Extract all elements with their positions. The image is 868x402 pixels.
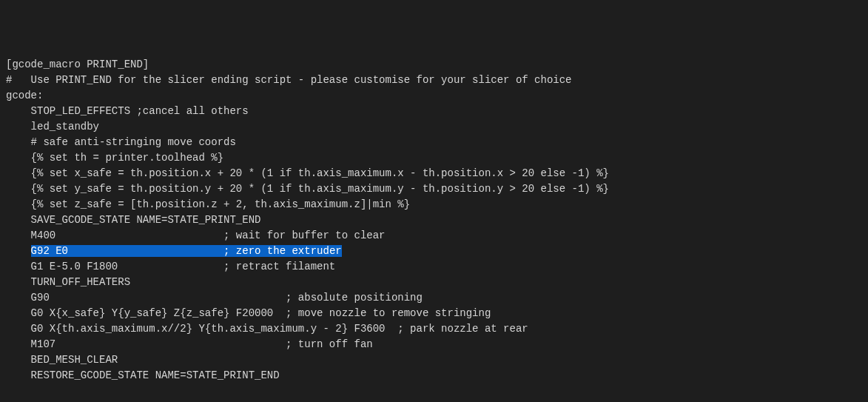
highlighted-text[interactable]: G92 E0 ; zero the extruder bbox=[31, 245, 342, 257]
code-line[interactable]: G90 ; absolute positioning bbox=[6, 290, 862, 306]
code-line[interactable]: M107 ; turn off fan bbox=[6, 337, 862, 352]
code-line[interactable]: led_standby bbox=[6, 119, 862, 135]
code-line[interactable]: # safe anti-stringing move coords bbox=[6, 135, 862, 150]
code-line[interactable]: gcode: bbox=[6, 88, 862, 104]
code-line[interactable]: G1 E-5.0 F1800 ; retract filament bbox=[6, 259, 862, 275]
code-line[interactable]: {% set z_safe = [th.position.z + 2, th.a… bbox=[6, 197, 862, 212]
code-line[interactable]: [gcode_macro PRINT_END] bbox=[6, 57, 862, 73]
code-line[interactable]: M400 ; wait for buffer to clear bbox=[6, 228, 862, 244]
code-line[interactable]: G92 E0 ; zero the extruder bbox=[6, 244, 862, 259]
code-line[interactable]: {% set th = printer.toolhead %} bbox=[6, 150, 862, 166]
code-line[interactable]: G0 X{x_safe} Y{y_safe} Z{z_safe} F20000 … bbox=[6, 306, 862, 321]
code-line[interactable]: RESTORE_GCODE_STATE NAME=STATE_PRINT_END bbox=[6, 368, 862, 383]
code-block[interactable]: [gcode_macro PRINT_END]# Use PRINT_END f… bbox=[6, 57, 862, 383]
code-line[interactable]: {% set y_safe = th.position.y + 20 * (1 … bbox=[6, 181, 862, 197]
code-line[interactable]: SAVE_GCODE_STATE NAME=STATE_PRINT_END bbox=[6, 212, 862, 228]
code-line[interactable]: STOP_LED_EFFECTS ;cancel all others bbox=[6, 104, 862, 119]
code-line[interactable]: # Use PRINT_END for the slicer ending sc… bbox=[6, 73, 862, 88]
code-line[interactable]: BED_MESH_CLEAR bbox=[6, 352, 862, 368]
code-line[interactable]: TURN_OFF_HEATERS bbox=[6, 275, 862, 290]
code-line[interactable]: G0 X{th.axis_maximum.x//2} Y{th.axis_max… bbox=[6, 321, 862, 337]
code-line[interactable]: {% set x_safe = th.position.x + 20 * (1 … bbox=[6, 166, 862, 181]
